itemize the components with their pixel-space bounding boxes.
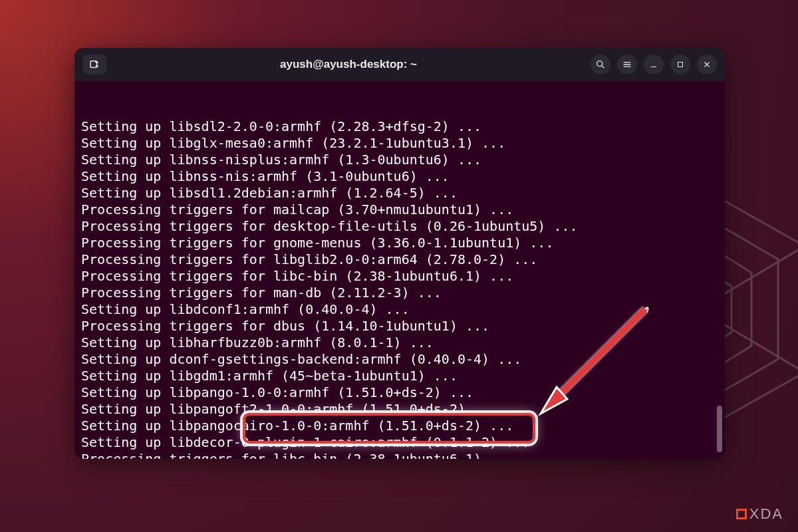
output-line: Processing triggers for desktop-file-uti… xyxy=(81,218,718,235)
menu-button[interactable] xyxy=(617,55,637,74)
output-line: Setting up libpangocairo-1.0-0:armhf (1.… xyxy=(81,418,718,434)
new-tab-button[interactable] xyxy=(82,55,106,74)
output-line: Setting up dconf-gsettings-backend:armhf… xyxy=(81,351,718,368)
output-line: Setting up libpango-1.0-0:armhf (1.51.0+… xyxy=(81,384,718,401)
title-bar: ayush@ayush-desktop: ~ xyxy=(74,48,725,81)
output-line: Processing triggers for libc-bin (2.38-1… xyxy=(81,268,718,285)
window-title: ayush@ayush-desktop: ~ xyxy=(112,58,585,71)
output-line: Setting up libsdl1.2debian:armhf (1.2.64… xyxy=(81,185,718,201)
watermark-icon xyxy=(736,509,747,519)
output-line: Setting up libglx-mesa0:armhf (23.2.1-1u… xyxy=(81,135,718,152)
output-line: Setting up libharfbuzz0b:armhf (8.0.1-1)… xyxy=(81,334,718,351)
watermark: XDA xyxy=(736,505,783,523)
watermark-text: XDA xyxy=(749,505,783,523)
maximize-button[interactable] xyxy=(670,55,690,74)
output-line: Setting up libdconf1:armhf (0.40.0-4) ..… xyxy=(81,301,718,318)
output-line: Setting up libnss-nisplus:armhf (1.3-0ub… xyxy=(81,152,718,168)
output-line: Setting up libgdm1:armhf (45~beta-1ubunt… xyxy=(81,368,718,384)
output-line: Setting up libpangoft2-1.0-0:armhf (1.51… xyxy=(81,401,718,418)
close-button[interactable] xyxy=(697,55,717,74)
minimize-button[interactable] xyxy=(644,55,664,74)
svg-point-8 xyxy=(597,61,602,66)
svg-rect-14 xyxy=(678,63,683,67)
terminal-body[interactable]: Setting up libsdl2-2.0-0:armhf (2.28.3+d… xyxy=(74,81,725,459)
output-line: Setting up libnss-nis:armhf (3.1-0ubuntu… xyxy=(81,168,718,185)
output-line: Processing triggers for man-db (2.11.2-3… xyxy=(81,285,718,301)
output-line: Processing triggers for libglib2.0-0:arm… xyxy=(81,251,718,268)
scrollbar-thumb[interactable] xyxy=(717,406,722,452)
output-line: Processing triggers for dbus (1.14.10-1u… xyxy=(81,318,718,334)
search-button[interactable] xyxy=(591,55,610,74)
output-line: Setting up libdecor-0-plugin-1-cairo:arm… xyxy=(81,434,718,451)
output-line: Processing triggers for mailcap (3.70+nm… xyxy=(81,201,718,218)
terminal-output: Setting up libsdl2-2.0-0:armhf (2.28.3+d… xyxy=(81,118,718,459)
output-line: Setting up libsdl2-2.0-0:armhf (2.28.3+d… xyxy=(81,118,718,135)
svg-line-9 xyxy=(602,66,604,68)
terminal-window: ayush@ayush-desktop: ~ Setting up libsdl… xyxy=(74,48,725,459)
output-line: Processing triggers for libc-bin (2.38-1… xyxy=(81,451,718,459)
output-line: Processing triggers for gnome-menus (3.3… xyxy=(81,235,718,251)
